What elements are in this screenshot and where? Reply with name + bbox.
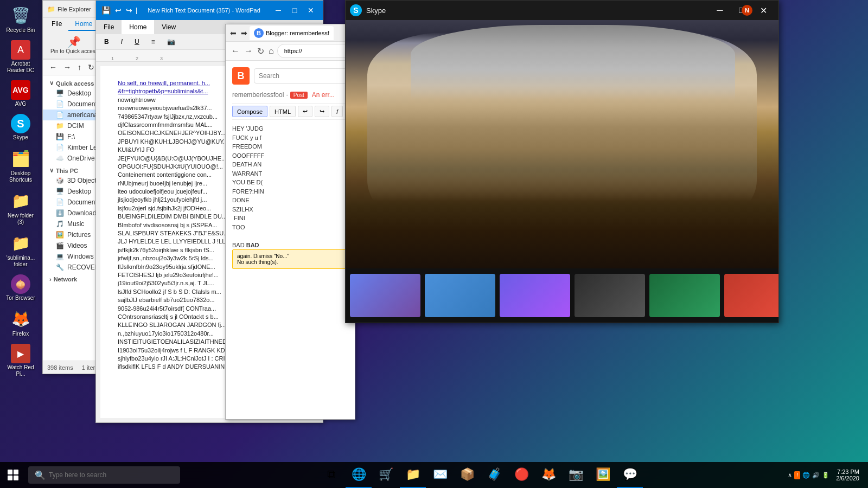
- taskbar-camera[interactable]: 📷: [563, 462, 589, 488]
- taskbar-amazon[interactable]: 📦: [454, 462, 480, 488]
- taskbar-edge[interactable]: 🌐: [346, 462, 372, 488]
- search-icon: 🔍: [35, 470, 46, 480]
- skype-close-button[interactable]: ✕: [752, 1, 774, 20]
- pin-to-quick-access-button[interactable]: 📌 Pin to Quick access: [47, 33, 101, 56]
- shortcuts-icon[interactable]: 🗂️ Desktop Shortcuts: [2, 145, 39, 185]
- file-explorer-title: File Explorer: [58, 6, 91, 12]
- skype-thumb-1[interactable]: [350, 274, 420, 317]
- blogger-notification[interactable]: again. Dismiss "No..." No such thing(s).: [232, 249, 348, 269]
- recycle-bin-label: Recycle Bin: [7, 27, 35, 34]
- wordpad-bold-button[interactable]: B: [100, 36, 113, 47]
- taskbar-opera[interactable]: 🔴: [508, 462, 534, 488]
- browser-prev-tab-button[interactable]: ⬅: [228, 28, 239, 38]
- wordpad-insert-button[interactable]: 📷: [163, 36, 179, 47]
- skype-desktop-label: Skype: [13, 134, 28, 141]
- skype-thumbnail-bar: ▶ ▶: [346, 268, 778, 323]
- network-label: Network: [54, 276, 77, 282]
- browser-home-button[interactable]: ⌂: [267, 45, 275, 57]
- taskbar: 🔍 ⧉ 🌐 🛒 📁 ✉️ 📦 🧳 🔴 🦊 📷 🖼️ 💬 ∧ ! 🌐 🔊 🔋 7:…: [0, 462, 868, 488]
- wordpad-link[interactable]: No self, no freewill, permanent. h...: [118, 80, 210, 86]
- tor-browser-icon[interactable]: 🧅 Tor Browser: [2, 272, 39, 304]
- wordpad-underline-button[interactable]: U: [131, 36, 143, 47]
- undo-button[interactable]: ↩: [298, 106, 312, 117]
- taskbar-photos[interactable]: 🖼️: [590, 462, 616, 488]
- browser-next-tab-button[interactable]: ➡: [239, 28, 250, 38]
- browser-tab[interactable]: B Blogger: rememberlessf: [250, 26, 334, 40]
- subliminal-folder-icon[interactable]: 📁 'sublimina... folder: [2, 230, 39, 270]
- skype-thumb-3[interactable]: [500, 274, 570, 317]
- wordpad-controls: ─ □ ✕: [271, 4, 318, 16]
- recycle-bin-icon[interactable]: 🗑️ Recycle Bin: [2, 2, 39, 36]
- taskbar-clock[interactable]: 7:23 PM 2/6/2020: [836, 468, 864, 481]
- wordpad-undo-button[interactable]: ↩: [114, 5, 123, 16]
- wordpad-maximize-button[interactable]: □: [287, 4, 302, 16]
- browser-refresh-button[interactable]: ↻: [256, 45, 265, 57]
- wordpad-tab-view[interactable]: View: [154, 20, 183, 34]
- taskbar-skype[interactable]: 💬: [617, 462, 643, 488]
- taskbar-tripadvisor[interactable]: 🧳: [481, 462, 507, 488]
- blogger-post-content[interactable]: HEY 'JUDG FUCK y u f FREEDOM OOOFFFFF DE…: [232, 124, 348, 249]
- firefox-icon[interactable]: 🦊 Firefox: [2, 306, 39, 339]
- taskbar-task-view[interactable]: ⧉: [318, 462, 344, 488]
- firefox-label: Firefox: [12, 331, 29, 337]
- refresh-nav-button[interactable]: ↻: [86, 62, 97, 73]
- taskbar-search-box[interactable]: 🔍: [28, 466, 180, 484]
- watch-red-icon[interactable]: ▶ Watch Red Pi...: [2, 342, 39, 380]
- font-button[interactable]: f: [331, 106, 343, 117]
- skype-thumb-4[interactable]: [575, 274, 645, 317]
- compose-tab[interactable]: Compose: [232, 106, 267, 117]
- skype-minimize-button[interactable]: ─: [709, 1, 731, 20]
- browser-back-button[interactable]: ←: [230, 45, 241, 57]
- avg-icon[interactable]: AVG AVG: [2, 78, 39, 110]
- desktop-folder-icon: 🖥️: [56, 89, 64, 97]
- windows-logo: [8, 470, 18, 480]
- error-msg: An err...: [312, 91, 335, 99]
- thumb-4-content: [575, 274, 645, 317]
- forward-button[interactable]: →: [61, 62, 73, 73]
- html-tab[interactable]: HTML: [270, 106, 296, 117]
- new-folder-icon[interactable]: 📁 New folder (3): [2, 188, 39, 228]
- tray-security-icon[interactable]: !: [794, 471, 800, 479]
- wordpad-tab-file[interactable]: File: [96, 20, 122, 34]
- ribbon-tab-home[interactable]: Home: [68, 18, 99, 31]
- skype-thumb-2[interactable]: [425, 274, 495, 317]
- skype-thumb-6[interactable]: [724, 274, 778, 317]
- taskbar-store[interactable]: 🛒: [373, 462, 399, 488]
- blogger-post-header: rememberlessfool · Post An err...: [232, 91, 348, 99]
- wordpad-minimize-button[interactable]: ─: [271, 4, 286, 16]
- browser-tab-title: Blogger: rememberlessf: [266, 30, 329, 36]
- show-desktop-button[interactable]: [864, 462, 868, 488]
- blogger-search-input[interactable]: [254, 68, 348, 84]
- taskbar-mail[interactable]: ✉️: [427, 462, 453, 488]
- redo-button[interactable]: ↪: [315, 106, 329, 117]
- tray-expand-icon[interactable]: ∧: [788, 472, 792, 479]
- ribbon-tab-file[interactable]: File: [45, 18, 68, 31]
- tray-volume-icon[interactable]: 🔊: [812, 472, 820, 479]
- wordpad-italic-button[interactable]: I: [117, 36, 126, 47]
- avg-label: AVG: [15, 101, 26, 107]
- watch-red-image: ▶: [11, 344, 30, 363]
- start-button[interactable]: [0, 462, 26, 488]
- taskbar-file-explorer[interactable]: 📁: [400, 462, 426, 488]
- taskbar-firefox[interactable]: 🦊: [535, 462, 561, 488]
- wordpad-close-button[interactable]: ✕: [303, 4, 318, 16]
- skype-thumb-5[interactable]: [649, 274, 720, 317]
- acrobat-icon[interactable]: A Acrobat Reader DC: [2, 38, 39, 76]
- wordpad-link2[interactable]: &fr=tightropetb&p=subliminals&t...: [118, 88, 208, 94]
- search-input[interactable]: [49, 471, 174, 479]
- back-button[interactable]: ←: [47, 62, 59, 73]
- up-button[interactable]: ↑: [75, 62, 84, 73]
- wordpad-tab-home[interactable]: Home: [122, 20, 154, 34]
- wordpad-align-button[interactable]: ≡: [148, 36, 159, 47]
- bad-text: BAD BAD: [232, 242, 259, 248]
- skype-desktop-icon[interactable]: S Skype: [2, 112, 39, 143]
- browser-forward-button[interactable]: →: [243, 45, 254, 57]
- dcim-icon: 📁: [56, 122, 64, 130]
- separator: |: [136, 7, 137, 14]
- wordpad-save-button[interactable]: 💾: [100, 5, 112, 16]
- skype-notification-area: N: [742, 5, 752, 16]
- wordpad-redo-button[interactable]: ↪: [125, 5, 133, 16]
- this-pc-chevron: ∨: [49, 167, 54, 174]
- tray-network-icon[interactable]: 🌐: [802, 472, 810, 479]
- tray-battery-icon: 🔋: [822, 472, 829, 479]
